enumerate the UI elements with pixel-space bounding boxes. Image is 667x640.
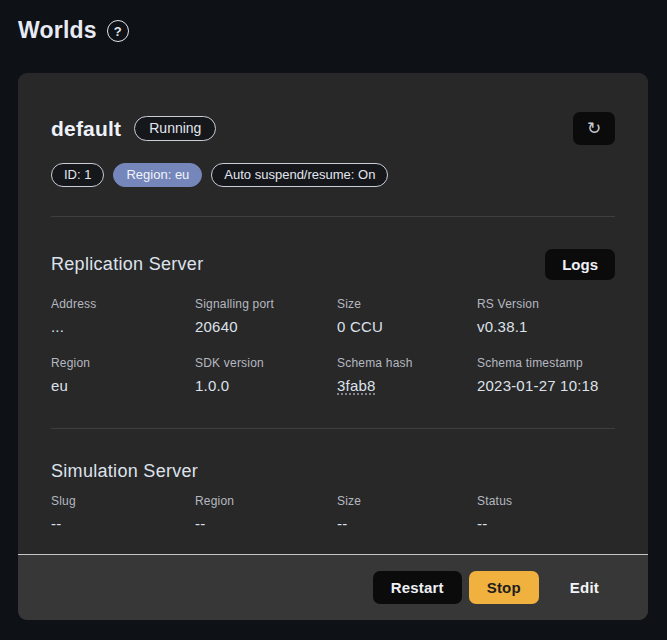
field-address: Address ...	[51, 297, 195, 335]
worlds-page: Worlds ? default Running ↻ ID: 1 Region:…	[0, 0, 667, 640]
replication-field-grid: Address ... Signalling port 20640 Size 0…	[51, 297, 615, 394]
refresh-button[interactable]: ↻	[573, 112, 615, 145]
field-sim-size: Size --	[337, 494, 477, 532]
field-label: Size	[337, 494, 477, 508]
field-sdk-version: SDK version 1.0.0	[195, 356, 337, 394]
help-icon[interactable]: ?	[107, 20, 129, 42]
field-value: --	[51, 515, 195, 532]
field-value: --	[337, 515, 477, 532]
world-header: default Running ↻	[51, 112, 615, 145]
page-header: Worlds ?	[0, 0, 667, 48]
divider	[51, 428, 615, 429]
field-label: Address	[51, 297, 195, 311]
field-signalling-port: Signalling port 20640	[195, 297, 337, 335]
refresh-icon: ↻	[587, 120, 601, 137]
world-badge-row: ID: 1 Region: eu Auto suspend/resume: On	[51, 163, 615, 187]
auto-suspend-badge: Auto suspend/resume: On	[211, 163, 388, 187]
field-rs-version: RS Version v0.38.1	[477, 297, 615, 335]
field-label: Signalling port	[195, 297, 337, 311]
restart-button[interactable]: Restart	[373, 571, 462, 604]
field-label: Region	[51, 356, 195, 370]
field-label: Region	[195, 494, 337, 508]
field-value: 0 CCU	[337, 318, 477, 335]
replication-section-head: Replication Server Logs	[51, 249, 615, 280]
status-badge: Running	[134, 116, 216, 141]
field-value: v0.38.1	[477, 318, 615, 335]
page-title: Worlds	[18, 17, 97, 44]
field-value: 20640	[195, 318, 337, 335]
field-schema-timestamp: Schema timestamp 2023-01-27 10:18	[477, 356, 615, 394]
field-value-schema-hash[interactable]: 3fab8	[337, 377, 477, 394]
field-label: Schema hash	[337, 356, 477, 370]
field-region: Region eu	[51, 356, 195, 394]
field-value: ...	[51, 318, 195, 335]
field-label: RS Version	[477, 297, 615, 311]
simulation-title: Simulation Server	[51, 461, 198, 482]
field-value: 2023-01-27 10:18	[477, 377, 615, 394]
card-footer: Restart Stop Edit	[18, 554, 648, 620]
id-badge: ID: 1	[51, 163, 104, 187]
replication-title: Replication Server	[51, 254, 203, 275]
field-slug: Slug --	[51, 494, 195, 532]
field-label: SDK version	[195, 356, 337, 370]
field-value: eu	[51, 377, 195, 394]
logs-button[interactable]: Logs	[545, 249, 615, 280]
field-size: Size 0 CCU	[337, 297, 477, 335]
world-card: default Running ↻ ID: 1 Region: eu Auto …	[18, 73, 648, 620]
region-badge: Region: eu	[113, 163, 202, 187]
world-name: default	[51, 117, 121, 141]
field-sim-region: Region --	[195, 494, 337, 532]
field-label: Size	[337, 297, 477, 311]
field-label: Status	[477, 494, 615, 508]
replication-section: Replication Server Logs Address ... Sign…	[51, 249, 615, 394]
field-sim-status: Status --	[477, 494, 615, 532]
divider	[51, 216, 615, 217]
field-value: 1.0.0	[195, 377, 337, 394]
field-value: --	[195, 515, 337, 532]
field-schema-hash: Schema hash 3fab8	[337, 356, 477, 394]
simulation-field-grid: Slug -- Region -- Size -- Status --	[51, 494, 615, 532]
simulation-section: Simulation Server Slug -- Region -- Size…	[51, 461, 615, 532]
simulation-section-head: Simulation Server	[51, 461, 615, 482]
world-card-body: default Running ↻ ID: 1 Region: eu Auto …	[18, 73, 648, 554]
edit-button[interactable]: Edit	[554, 571, 615, 604]
field-label: Slug	[51, 494, 195, 508]
field-value: --	[477, 515, 615, 532]
field-label: Schema timestamp	[477, 356, 615, 370]
stop-button[interactable]: Stop	[469, 571, 539, 604]
